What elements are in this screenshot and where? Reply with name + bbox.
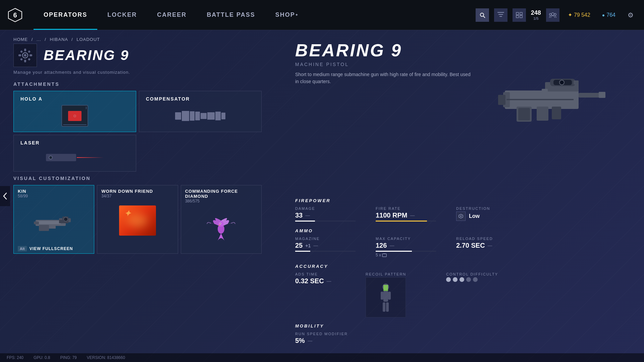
- fire-rate-minus[interactable]: —: [410, 213, 415, 218]
- max-capacity-bar: [376, 251, 436, 252]
- svg-rect-28: [49, 226, 56, 229]
- svg-rect-23: [37, 221, 61, 224]
- max-capacity-extra: 5 x: [376, 253, 436, 258]
- weapon-name-large: BEARING 9: [295, 40, 624, 60]
- skin-commanding-force[interactable]: COMMANDING FORCE DIAMOND 386/575: [181, 185, 262, 254]
- max-capacity-value: 126: [376, 242, 387, 249]
- search-button[interactable]: [476, 8, 489, 22]
- destruction-value: Low: [469, 213, 480, 219]
- reload-speed-value: 2.70 SEC: [456, 242, 485, 249]
- svg-rect-27: [34, 222, 39, 224]
- breadcrumb: HOME / ... / HIBANA / LOADOUT: [13, 37, 262, 42]
- currency-credits: ● 764: [599, 11, 619, 19]
- magazine-plus: +1: [305, 243, 311, 248]
- svg-point-9: [549, 13, 551, 15]
- ammo-section: AMMO MAGAZINE 25 +1 —: [295, 228, 624, 258]
- max-capacity-minus[interactable]: —: [389, 243, 394, 248]
- weapon-title: BEARING 9: [44, 47, 129, 63]
- nav-item-shop[interactable]: SHOP✦: [265, 0, 309, 30]
- svg-rect-18: [28, 50, 30, 53]
- filter-icon-2[interactable]: [513, 8, 526, 22]
- reload-speed-minus[interactable]: —: [488, 243, 492, 248]
- svg-rect-44: [552, 107, 561, 119]
- nav-item-battlepass[interactable]: BATTLE PASS: [197, 0, 265, 30]
- svg-rect-15: [18, 54, 21, 56]
- laser-image: [20, 149, 129, 166]
- difficulty-dots: [446, 277, 498, 282]
- svg-point-30: [218, 221, 224, 227]
- skin-worn-down-friend[interactable]: WORN DOWN FRIEND 34/37 ✦: [97, 185, 178, 254]
- top-navigation: 6 OPERATORS LOCKER CAREER BATTLE PASS SH…: [0, 0, 644, 30]
- weapon-subtitle: Manage your attachments and visual custo…: [13, 70, 262, 75]
- diamond-skin-image: [181, 205, 261, 249]
- filter-icon-1[interactable]: [494, 8, 507, 22]
- diff-dot-4: [466, 277, 471, 282]
- weapon-description: Short to medium range submachine gun wit…: [295, 71, 473, 85]
- nav-item-locker[interactable]: LOCKER: [97, 0, 147, 30]
- svg-point-32: [220, 223, 221, 224]
- run-speed-value: 5%: [295, 337, 305, 345]
- ping-display: PING: 79: [60, 355, 76, 360]
- svg-point-12: [24, 54, 26, 57]
- compensator-image: [146, 105, 255, 127]
- recoil-area: [366, 277, 406, 317]
- stat-magazine: MAGAZINE 25 +1 —: [295, 237, 356, 252]
- stat-reload-speed: RELOAD SPEED 2.70 SEC —: [456, 237, 506, 251]
- attachment-laser[interactable]: LASER: [13, 135, 136, 172]
- attachment-compensator[interactable]: COMPENSATOR: [139, 91, 262, 132]
- svg-rect-54: [381, 292, 383, 300]
- firepower-title: FIREPOWER: [295, 198, 624, 203]
- ads-time-minus[interactable]: —: [327, 279, 331, 284]
- svg-rect-48: [542, 89, 548, 92]
- run-speed-minus[interactable]: —: [308, 338, 312, 344]
- right-panel: BEARING 9 MACHINE PISTOL Short to medium…: [275, 30, 644, 362]
- svg-rect-5: [520, 12, 522, 15]
- damage-value: 33: [295, 212, 303, 219]
- nav-item-operators[interactable]: OPERATORS: [34, 0, 97, 30]
- attachment-holo-a[interactable]: HOLO A: [13, 91, 136, 132]
- svg-rect-50: [382, 254, 386, 257]
- view-fullscreen-label[interactable]: VIEW FULLSCREEN: [30, 246, 73, 251]
- magazine-minus[interactable]: —: [313, 243, 318, 248]
- damage-bar: [295, 221, 356, 222]
- svg-rect-47: [506, 99, 574, 100]
- game-logo[interactable]: 6: [7, 7, 23, 23]
- skin-kin[interactable]: KIN 58/99: [13, 185, 94, 254]
- nav-right-area: 248 1/5 ✦ 79 542 ● 764 ⚙: [476, 8, 637, 22]
- visual-customization: VISUAL CUSTOMIZATION KIN 58/99: [13, 176, 262, 254]
- svg-rect-24: [39, 225, 49, 231]
- svg-text:6: 6: [13, 11, 17, 19]
- diff-dot-2: [453, 277, 458, 282]
- svg-rect-7: [520, 15, 522, 18]
- skins-grid: KIN 58/99: [13, 185, 262, 254]
- destruction-icon: [456, 212, 466, 221]
- mobility-title: MOBILITY: [295, 323, 624, 328]
- settings-button[interactable]: ⚙: [624, 8, 637, 22]
- alt-badge: Alt: [18, 246, 27, 251]
- attachments-title: ATTACHMENTS: [13, 81, 262, 87]
- svg-rect-16: [30, 54, 32, 56]
- stat-damage: DAMAGE 33 —: [295, 206, 356, 222]
- worn-skin-image: ✦: [97, 200, 177, 244]
- fps-display: FPS: 240: [7, 355, 23, 360]
- svg-point-37: [559, 80, 564, 85]
- damage-minus[interactable]: —: [305, 213, 310, 218]
- version-display: VERSION: 81438660: [87, 355, 125, 360]
- svg-point-10: [554, 13, 556, 15]
- nav-item-career[interactable]: CAREER: [147, 0, 197, 30]
- left-panel: HOME / ... / HIBANA / LOADOUT: [0, 30, 275, 362]
- kin-skin-image: [14, 200, 94, 244]
- player-level: 248 1/5: [531, 9, 541, 20]
- weapon-icon: [13, 44, 37, 67]
- svg-rect-6: [516, 15, 519, 18]
- svg-rect-39: [579, 93, 602, 98]
- fire-rate-value: 1100 RPM: [376, 212, 408, 219]
- svg-rect-56: [383, 302, 385, 312]
- svg-rect-17: [20, 50, 22, 53]
- gun-display: [473, 64, 624, 131]
- players-icon[interactable]: [546, 8, 559, 22]
- ads-time-value: 0.32 SEC: [295, 277, 324, 285]
- weapon-header: BEARING 9: [13, 44, 262, 67]
- svg-rect-57: [386, 302, 389, 312]
- main-content: HOME / ... / HIBANA / LOADOUT: [0, 30, 644, 362]
